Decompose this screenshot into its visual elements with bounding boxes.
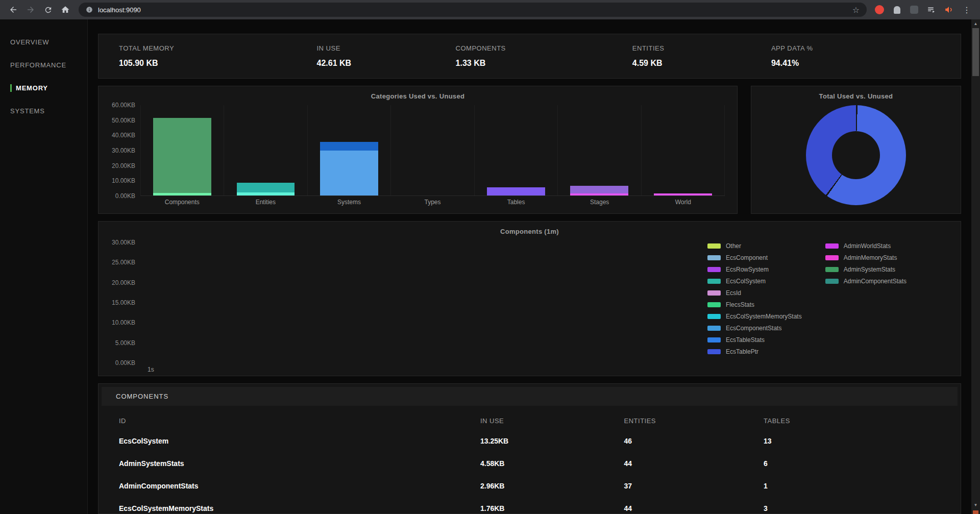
- bar-chart-panel: Categories Used vs. Unused 0.00KB10.00KB…: [98, 86, 738, 214]
- legend-item-adminmemorystats: AdminMemoryStats: [825, 254, 906, 261]
- table-cell: 1: [764, 475, 940, 497]
- y-axis-tick: 50.00KB: [112, 117, 135, 124]
- table-cell: 1.76KB: [480, 497, 624, 514]
- scroll-up-arrow-icon[interactable]: ▲: [971, 19, 980, 28]
- main-content: TOTAL MEMORY105.90 KBIN USE42.61 KBCOMPO…: [88, 19, 980, 514]
- bar-segment-used: [320, 151, 378, 195]
- bar-segment-unused: [320, 142, 378, 150]
- sidebar-item-overview[interactable]: OVERVIEW: [0, 31, 87, 54]
- sidebar-item-label: PERFORMANCE: [10, 61, 66, 69]
- bar-entities: [237, 183, 295, 196]
- y-axis-tick: 20.00KB: [112, 162, 135, 169]
- stat-app-data: APP DATA %94.41%: [771, 44, 961, 68]
- legend-column: AdminWorldStatsAdminMemoryStatsAdminSyst…: [825, 242, 906, 285]
- site-info-icon[interactable]: [86, 6, 93, 13]
- table-cell: 44: [624, 452, 764, 475]
- table-row[interactable]: EcsColSystem13.25KB4613: [119, 430, 940, 452]
- legend-label: EcsTablePtr: [726, 348, 758, 355]
- bar-systems: [320, 142, 378, 195]
- column-header-id: ID: [119, 409, 480, 430]
- sidebar-item-systems[interactable]: SYSTEMS: [0, 100, 87, 123]
- y-axis-tick: 10.00KB: [112, 319, 135, 326]
- privacy-extension-icon[interactable]: [889, 2, 904, 17]
- table-row[interactable]: EcsColSystemMemoryStats1.76KB443: [119, 497, 940, 514]
- sidebar-item-memory[interactable]: MEMORY: [0, 77, 87, 100]
- y-axis-tick: 0.00KB: [115, 192, 135, 200]
- y-axis-tick: 30.00KB: [112, 147, 135, 154]
- y-axis-tick: 20.00KB: [112, 279, 135, 286]
- table-cell: AdminComponentStats: [119, 475, 480, 497]
- bookmark-star-icon[interactable]: ☆: [852, 5, 860, 15]
- column-header-entities: ENTITIES: [624, 409, 764, 430]
- sidebar-item-performance[interactable]: PERFORMANCE: [0, 54, 87, 77]
- legend-label: AdminWorldStats: [844, 242, 891, 250]
- speaker-icon[interactable]: [941, 2, 957, 17]
- bar-chart-y-axis: 0.00KB10.00KB20.00KB30.00KB40.00KB50.00K…: [104, 105, 140, 196]
- table-cell: EcsColSystemMemoryStats: [119, 497, 480, 514]
- stat-label: COMPONENTS: [456, 44, 632, 52]
- scrollbar-thumb[interactable]: [972, 28, 979, 76]
- legend-swatch: [707, 255, 721, 260]
- column-header-tables: TABLES: [764, 409, 940, 430]
- table-row[interactable]: AdminComponentStats2.96KB371: [119, 475, 940, 497]
- stat-components: COMPONENTS1.33 KB: [456, 44, 632, 68]
- legend-swatch: [707, 302, 721, 307]
- table-row[interactable]: AdminSystemStats4.58KB446: [119, 452, 940, 475]
- adblock-extension-icon[interactable]: [872, 2, 887, 17]
- bar-segment-unused: [237, 183, 295, 193]
- y-axis-tick: 40.00KB: [112, 132, 135, 139]
- scrollbar[interactable]: ▲ ▼: [971, 19, 980, 514]
- forward-icon[interactable]: [22, 2, 39, 18]
- bar-category-column: [307, 105, 390, 195]
- browser-menu-kebab-icon[interactable]: ⋮: [959, 2, 975, 18]
- table-cell: 3: [764, 497, 940, 514]
- back-icon[interactable]: [5, 2, 21, 18]
- donut-chart: [806, 105, 906, 205]
- scroll-down-arrow-icon[interactable]: ▼: [971, 501, 980, 509]
- table-cell: 46: [624, 430, 764, 452]
- stat-label: TOTAL MEMORY: [119, 44, 317, 52]
- extension-icon[interactable]: [906, 2, 922, 17]
- y-axis-tick: 0.00KB: [115, 359, 135, 366]
- refresh-icon[interactable]: [40, 2, 56, 18]
- scroll-marker: [973, 510, 978, 514]
- stat-total-memory: TOTAL MEMORY105.90 KB: [119, 44, 317, 68]
- bar-chart: 0.00KB10.00KB20.00KB30.00KB40.00KB50.00K…: [104, 105, 725, 196]
- stat-in-use: IN USE42.61 KB: [317, 44, 456, 68]
- memory-dashboard-page: OVERVIEWPERFORMANCEMEMORYSYSTEMS TOTAL M…: [0, 19, 980, 514]
- home-icon[interactable]: [57, 2, 74, 18]
- y-axis-tick: 10.00KB: [112, 177, 135, 184]
- stat-value: 94.41%: [771, 59, 961, 68]
- legend-label: EcsColSystem: [726, 278, 766, 285]
- stat-label: APP DATA %: [771, 44, 961, 52]
- bar-category-column: [641, 105, 725, 195]
- table-header-row: IDIN USEENTITIESTABLES: [119, 409, 940, 430]
- sidebar-item-label: MEMORY: [16, 84, 48, 92]
- address-bar[interactable]: localhost:9090 ☆: [79, 3, 867, 17]
- table-cell: 2.96KB: [480, 475, 624, 497]
- legend-item-adminsystemstats: AdminSystemStats: [825, 266, 906, 273]
- media-playlist-icon[interactable]: [924, 2, 939, 17]
- legend-item-ecstableptr: EcsTablePtr: [707, 348, 802, 355]
- bar-segment-used: [153, 193, 211, 195]
- components-table: IDIN USEENTITIESTABLESEcsColSystem13.25K…: [99, 409, 961, 514]
- legend-label: FlecsStats: [726, 301, 754, 308]
- column-header-in-use: IN USE: [480, 409, 624, 430]
- browser-toolbar: localhost:9090 ☆ ⋮: [0, 0, 980, 19]
- legend-item-ecsid: EcsId: [707, 289, 802, 297]
- components-panel-title: COMPONENTS: [102, 387, 958, 406]
- legend-swatch: [707, 243, 721, 249]
- legend-swatch: [707, 267, 721, 272]
- legend-swatch: [707, 279, 721, 284]
- bar-segment-used: [570, 193, 628, 195]
- y-axis-tick: 25.00KB: [112, 259, 135, 266]
- bar-tables: [487, 187, 545, 195]
- legend-label: EcsTableStats: [726, 336, 765, 344]
- stat-entities: ENTITIES4.59 KB: [632, 44, 771, 68]
- donut-chart-title: Total Used vs. Unused: [751, 92, 961, 100]
- legend-swatch: [825, 255, 839, 260]
- legend-item-ecstablestats: EcsTableStats: [707, 336, 802, 344]
- bar-category-column: [474, 105, 557, 195]
- bar-world: [654, 193, 712, 195]
- table-cell: 4.58KB: [480, 452, 624, 475]
